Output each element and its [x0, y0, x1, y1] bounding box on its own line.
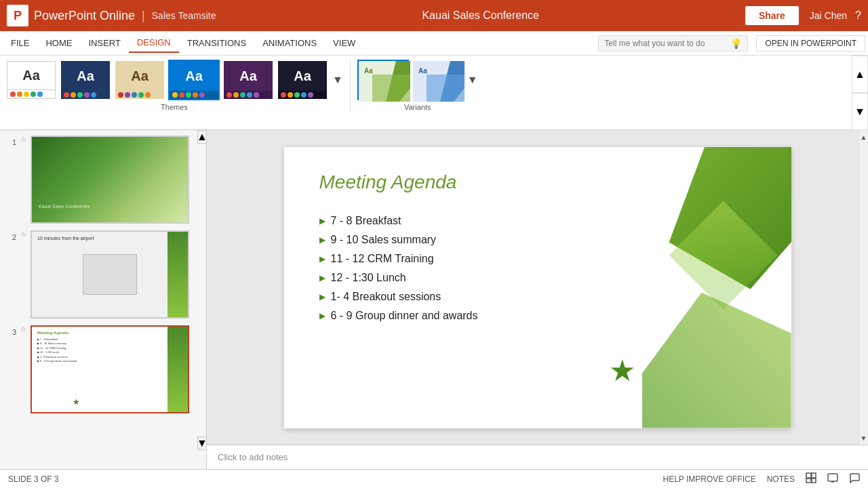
- svg-text:Aa: Aa: [418, 67, 427, 75]
- slide2-map: [83, 254, 137, 295]
- slide-item-2[interactable]: 2 ☆ 10 minutes from the airport: [5, 230, 201, 319]
- open-in-powerpoint-button[interactable]: OPEN IN POWERPOINT: [756, 35, 865, 52]
- variant-item-blue[interactable]: Aa: [412, 60, 463, 100]
- variants-scroll-down[interactable]: ▼: [467, 74, 478, 86]
- ribbon-scroll-down-button[interactable]: ▼: [852, 93, 868, 130]
- slide-item-3[interactable]: 3 ☆ Meeting Agenda ▶ 7 - 8 Breakfast ▶ 9…: [5, 325, 201, 413]
- slide-number-1: 1: [5, 136, 16, 146]
- variants-label: Variants: [404, 103, 431, 111]
- svg-marker-2: [372, 75, 410, 102]
- star-icon-2[interactable]: ☆: [20, 230, 26, 238]
- slide-panel-scroll-down[interactable]: ▼: [197, 436, 207, 450]
- search-bar[interactable]: 💡: [598, 35, 748, 52]
- svg-marker-6: [427, 75, 465, 102]
- agenda-item-4[interactable]: ▶ 12 - 1:30 Lunch: [319, 272, 478, 284]
- scroll-down-button[interactable]: ▼: [859, 431, 868, 445]
- variant-item-green[interactable]: Aa: [357, 60, 409, 100]
- menu-design[interactable]: DESIGN: [129, 33, 179, 53]
- scroll-up-button[interactable]: ▲: [859, 130, 868, 144]
- help-icon[interactable]: ?: [855, 9, 861, 22]
- ppt-logo-text: P: [14, 9, 22, 23]
- site-name[interactable]: Sales Teamsite: [152, 10, 216, 21]
- slide-view-area: Meeting Agenda ▶ 7 - 8 Breakfast ▶ 9 - 1…: [207, 130, 868, 469]
- slide-icons-3: ☆: [20, 325, 26, 333]
- slide3-thumb-star: ★: [73, 397, 80, 407]
- theme-item-dark[interactable]: Aa: [277, 60, 328, 100]
- slide-canvas-wrap[interactable]: Meeting Agenda ▶ 7 - 8 Breakfast ▶ 9 - 1…: [207, 130, 868, 445]
- slide-icons-2: ☆: [20, 230, 26, 238]
- slide-panel-scroll-top[interactable]: ▲: [197, 130, 207, 144]
- slide2-green-accent: [167, 232, 188, 317]
- separator: |: [142, 9, 145, 23]
- slide2-title: 10 minutes from the airport: [37, 236, 94, 241]
- view-normal-icon[interactable]: [806, 472, 816, 485]
- variant-blue-preview: Aa: [413, 61, 465, 102]
- themes-section: Aa Aa: [5, 60, 343, 111]
- slide-canvas[interactable]: Meeting Agenda ▶ 7 - 8 Breakfast ▶ 9 - 1…: [284, 147, 791, 428]
- slide-item-1[interactable]: 1 ☆ Kauai Sales Conference: [5, 136, 201, 224]
- theme-item-purple[interactable]: Aa: [222, 60, 274, 100]
- menu-file[interactable]: FILE: [3, 34, 37, 52]
- arrow-icon-1: ▶: [319, 216, 326, 226]
- view-slideshow-icon[interactable]: [827, 472, 838, 485]
- menu-home[interactable]: HOME: [37, 34, 80, 52]
- ribbon-scroll-up-button[interactable]: ▲: [852, 56, 868, 93]
- agenda-item-3[interactable]: ▶ 11 - 12 CRM Training: [319, 253, 478, 265]
- theme-item-dark-blue[interactable]: Aa: [60, 60, 111, 100]
- agenda-item-5[interactable]: ▶ 1- 4 Breakout sessions: [319, 291, 478, 303]
- themes-scroll-down[interactable]: ▼: [332, 74, 343, 86]
- arrow-icon-4: ▶: [319, 273, 326, 283]
- menu-bar: FILE HOME INSERT DESIGN TRANSITIONS ANIM…: [0, 31, 868, 56]
- slide-thumbnail-1[interactable]: Kauai Sales Conference: [31, 136, 189, 224]
- svg-rect-9: [812, 473, 816, 478]
- notes-area[interactable]: Click to add notes: [207, 445, 868, 469]
- slide-icons-1: ☆: [20, 136, 26, 143]
- variants-section: Aa Aa ▼ Variants: [350, 60, 478, 111]
- right-scrollbar: ▲ ▼: [859, 130, 868, 445]
- slide-star-decoration[interactable]: ★: [609, 353, 635, 388]
- slide1-overlay-text: Kauai Sales Conference: [39, 204, 90, 209]
- menu-transitions[interactable]: TRANSITIONS: [179, 34, 254, 52]
- menu-insert[interactable]: INSERT: [80, 34, 128, 52]
- file-name: Kauai Sales Conference: [216, 9, 745, 22]
- comments-icon[interactable]: [849, 472, 860, 485]
- slide-thumbnail-3[interactable]: Meeting Agenda ▶ 7 - 8 Breakfast ▶ 9 - 1…: [31, 325, 189, 413]
- svg-text:Aa: Aa: [364, 67, 373, 75]
- ppt-logo: P: [7, 5, 28, 26]
- notes-button[interactable]: NOTES: [767, 474, 795, 484]
- agenda-item-text-1: 7 - 8 Breakfast: [331, 215, 401, 227]
- slide3-thumb-green: [167, 327, 188, 412]
- svg-rect-11: [812, 479, 816, 483]
- agenda-list: ▶ 7 - 8 Breakfast ▶ 9 - 10 Sales summary…: [319, 215, 478, 329]
- share-button[interactable]: Share: [745, 6, 799, 25]
- search-input[interactable]: [604, 39, 726, 48]
- title-bar: P PowerPoint Online | Sales Teamsite Kau…: [0, 0, 868, 31]
- agenda-item-1[interactable]: ▶ 7 - 8 Breakfast: [319, 215, 478, 227]
- star-icon-3[interactable]: ☆: [20, 325, 26, 333]
- user-name[interactable]: Jai Chen: [810, 10, 847, 21]
- status-bar: SLIDE 3 OF 3 HELP IMPROVE OFFICE NOTES: [0, 469, 868, 488]
- slide-panel: 1 ☆ Kauai Sales Conference 2 ☆ 10 minute…: [0, 130, 207, 469]
- theme-item-default[interactable]: Aa: [5, 60, 57, 100]
- agenda-item-text-4: 12 - 1:30 Lunch: [331, 272, 406, 284]
- agenda-item-2[interactable]: ▶ 9 - 10 Sales summary: [319, 234, 478, 246]
- svg-rect-12: [828, 474, 837, 481]
- agenda-item-6[interactable]: ▶ 6 - 9 Group dinner and awards: [319, 310, 478, 322]
- arrow-icon-3: ▶: [319, 254, 326, 264]
- agenda-item-text-3: 11 - 12 CRM Training: [331, 253, 434, 265]
- theme-item-tan[interactable]: Aa: [114, 60, 165, 100]
- slide-thumbnail-2[interactable]: 10 minutes from the airport: [31, 230, 189, 319]
- menu-animations[interactable]: ANIMATIONS: [254, 34, 325, 52]
- notes-placeholder[interactable]: Click to add notes: [218, 452, 288, 462]
- status-right: HELP IMPROVE OFFICE NOTES: [663, 472, 860, 485]
- arrow-icon-2: ▶: [319, 235, 326, 245]
- help-improve-label[interactable]: HELP IMPROVE OFFICE: [663, 474, 756, 484]
- slide-title[interactable]: Meeting Agenda: [319, 171, 457, 193]
- slide3-thumb-title: Meeting Agenda: [37, 331, 68, 335]
- arrow-icon-6: ▶: [319, 311, 326, 321]
- app-title: PowerPoint Online: [34, 9, 135, 23]
- star-icon-1[interactable]: ☆: [20, 136, 26, 143]
- menu-view[interactable]: VIEW: [325, 34, 363, 52]
- theme-item-blue-active[interactable]: Aa: [168, 60, 220, 100]
- main-area: ▲ 1 ☆ Kauai Sales Conference 2 ☆ 10: [0, 130, 868, 469]
